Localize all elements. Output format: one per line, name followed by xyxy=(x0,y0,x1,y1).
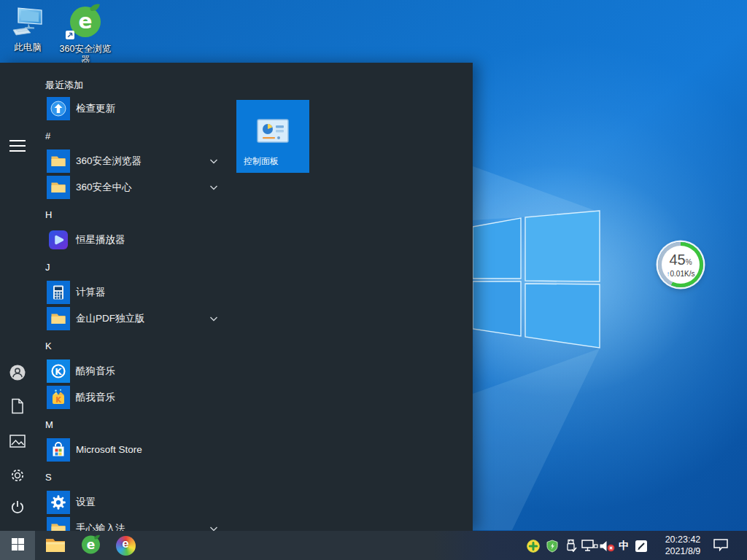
section-header-1[interactable]: # xyxy=(45,131,191,145)
net-speed-widget-face: 45% ↑0.01K/s xyxy=(662,246,700,284)
start-app-row-3[interactable]: 360安全中心 xyxy=(0,174,236,201)
svg-text:e: e xyxy=(86,537,95,552)
section-header-14[interactable]: S xyxy=(45,472,191,486)
kuwo-icon: K xyxy=(47,386,70,409)
notification-center-button[interactable] xyxy=(712,539,729,553)
shortcut-arrow-icon xyxy=(66,29,74,42)
file-explorer-button[interactable] xyxy=(38,531,73,560)
taskbar-clock[interactable]: 20:23:42 2021/8/9 xyxy=(657,534,709,557)
360-speed-browser-icon: e xyxy=(116,536,136,556)
folder-icon xyxy=(47,149,70,173)
chevron-down-icon[interactable] xyxy=(209,524,219,531)
tile-control-panel[interactable]: 控制面板 xyxy=(236,100,309,173)
folder-icon xyxy=(47,307,70,330)
360-speed-browser-button[interactable]: e xyxy=(108,531,143,560)
chevron-down-icon[interactable] xyxy=(209,156,219,166)
clock-time: 20:23:42 xyxy=(657,534,709,545)
app-label: 计算器 xyxy=(76,279,106,306)
folder-icon xyxy=(47,176,70,199)
net-percent: 45 xyxy=(669,252,685,268)
update-icon xyxy=(47,97,70,120)
recent-added-header: 最近添加 xyxy=(45,79,83,92)
desktop-icon-360-browser[interactable]: e 360安全浏览器 xyxy=(57,1,114,66)
360-safe-browser-icon: e xyxy=(81,534,101,557)
360-antivirus-tray-icon[interactable] xyxy=(526,539,540,553)
app-label: 恒星播放器 xyxy=(76,227,125,253)
desktop-icon-label: 此电脑 xyxy=(4,42,51,53)
start-app-row-8[interactable]: 金山PDF独立版 xyxy=(0,306,236,332)
this-pc-icon xyxy=(12,6,44,41)
network-tray-icon[interactable] xyxy=(581,540,598,552)
net-percent-unit: % xyxy=(686,258,692,266)
app-label: 酷我音乐 xyxy=(76,384,115,411)
start-app-row-10[interactable]: K酷狗音乐 xyxy=(0,358,236,384)
clock-date: 2021/8/9 xyxy=(657,545,709,557)
app-label: 金山PDF独立版 xyxy=(76,306,145,332)
section-header-6[interactable]: J xyxy=(45,262,191,276)
start-menu: 最近添加 检查更新#360安全浏览器360安全中心H恒星播放器J计算器金山PDF… xyxy=(0,63,473,531)
start-app-row-5[interactable]: 恒星播放器 xyxy=(0,227,236,253)
usb-eject-tray-icon[interactable] xyxy=(564,538,578,553)
tile-label: 控制面板 xyxy=(244,155,279,168)
section-header-12[interactable]: M xyxy=(45,419,191,434)
svg-text:e: e xyxy=(79,9,93,34)
360-safe-browser-button[interactable]: e xyxy=(73,531,108,560)
app-label: 设置 xyxy=(76,489,96,516)
file-explorer-icon xyxy=(45,536,66,556)
calculator-icon xyxy=(47,281,70,304)
svg-text:K: K xyxy=(55,396,62,404)
app-label: 手心输入法 xyxy=(76,516,125,531)
desktop-icon-this-pc[interactable]: 此电脑 xyxy=(4,6,51,53)
app-label: Microsoft Store xyxy=(76,437,142,463)
windows-logo-icon xyxy=(12,538,24,553)
start-app-row-7[interactable]: 计算器 xyxy=(0,279,236,306)
start-app-row-15[interactable]: 设置 xyxy=(0,489,236,516)
ink-workspace-tray-icon[interactable] xyxy=(634,539,648,553)
section-header-4[interactable]: H xyxy=(45,209,191,224)
app-label: 检查更新 xyxy=(76,96,115,122)
control-panel-icon xyxy=(257,119,289,147)
app-label: 酷狗音乐 xyxy=(76,358,115,384)
start-app-row-16[interactable]: 手心输入法 xyxy=(0,516,236,531)
start-app-row-13[interactable]: Microsoft Store xyxy=(0,437,236,463)
app-label: 360安全中心 xyxy=(76,174,132,201)
player-icon xyxy=(47,228,70,252)
store-icon xyxy=(47,438,70,462)
start-app-row-11[interactable]: K酷我音乐 xyxy=(0,384,236,411)
chevron-down-icon[interactable] xyxy=(209,314,219,324)
chevron-down-icon[interactable] xyxy=(209,182,219,192)
kugou-icon: K xyxy=(47,359,70,383)
volume-muted-tray-icon[interactable] xyxy=(598,540,616,552)
360-safeguard-tray-icon[interactable] xyxy=(545,539,559,553)
net-speed-widget[interactable]: 45% ↑0.01K/s xyxy=(658,242,703,287)
start-app-row-0[interactable]: 检查更新 xyxy=(0,96,236,122)
app-label: 360安全浏览器 xyxy=(76,148,142,174)
start-app-row-2[interactable]: 360安全浏览器 xyxy=(0,148,236,174)
folder-icon xyxy=(47,517,70,531)
360-browser-icon: e xyxy=(67,1,104,42)
svg-text:K: K xyxy=(55,367,62,377)
start-app-list: 最近添加 检查更新#360安全浏览器360安全中心H恒星播放器J计算器金山PDF… xyxy=(0,63,236,531)
section-header-9[interactable]: K xyxy=(45,341,191,355)
taskbar: e e xyxy=(0,531,747,560)
net-speed-value: 0.01K/s xyxy=(670,270,695,278)
notification-center-icon xyxy=(713,538,729,554)
start-button[interactable] xyxy=(0,531,35,560)
settings-icon xyxy=(47,491,70,514)
ime-language-indicator[interactable]: 中 xyxy=(616,539,631,553)
